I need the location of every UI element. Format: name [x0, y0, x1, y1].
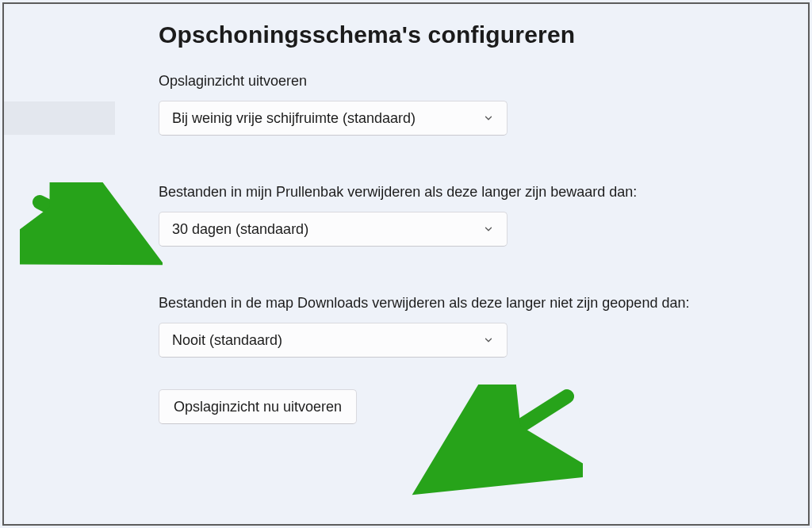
- run-storage-sense-label: Opslaginzicht uitvoeren: [159, 71, 714, 91]
- content-area: Opschoningsschema's configureren Opslagi…: [159, 21, 776, 424]
- run-now-button[interactable]: Opslaginzicht nu uitvoeren: [159, 389, 357, 424]
- downloads-value: Nooit (standaard): [172, 332, 282, 349]
- recycle-bin-label: Bestanden in mijn Prullenbak verwijderen…: [159, 182, 714, 202]
- recycle-bin-value: 30 dagen (standaard): [172, 221, 308, 238]
- downloads-label: Bestanden in de map Downloads verwijdere…: [159, 293, 714, 313]
- chevron-down-icon: [481, 111, 496, 125]
- recycle-bin-select[interactable]: 30 dagen (standaard): [159, 212, 508, 247]
- run-now-button-label: Opslaginzicht nu uitvoeren: [174, 399, 342, 415]
- settings-panel: Opschoningsschema's configureren Opslagi…: [2, 2, 810, 526]
- chevron-down-icon: [481, 222, 496, 236]
- chevron-down-icon: [481, 333, 496, 347]
- run-storage-sense-value: Bij weinig vrije schijfruimte (standaard…: [172, 110, 416, 127]
- sidebar-selection-indicator: [4, 101, 115, 135]
- page-title: Opschoningsschema's configureren: [159, 21, 776, 48]
- annotation-arrow-1: [20, 182, 163, 277]
- svg-line-0: [40, 202, 139, 252]
- run-storage-sense-select[interactable]: Bij weinig vrije schijfruimte (standaard…: [159, 101, 508, 136]
- downloads-select[interactable]: Nooit (standaard): [159, 323, 508, 358]
